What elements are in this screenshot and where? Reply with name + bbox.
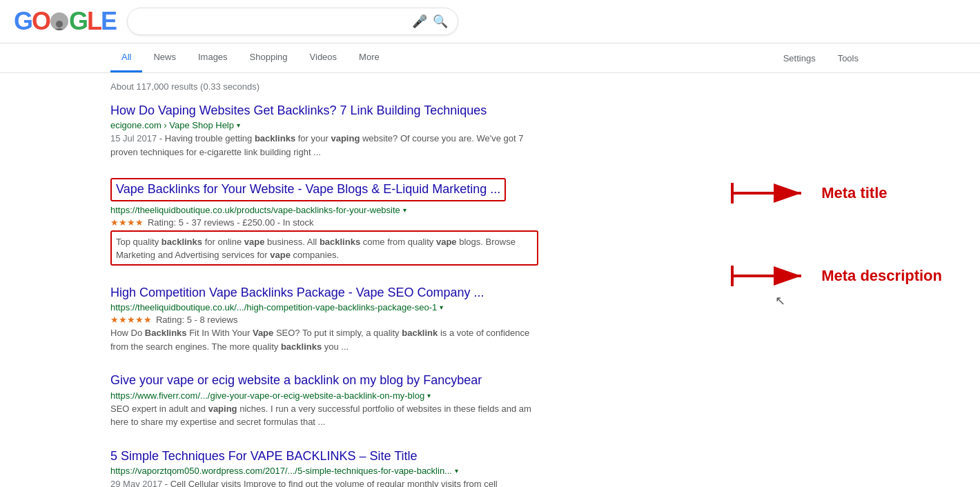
meta-desc-arrow-svg <box>729 259 812 293</box>
result-2-rating-text: Rating: 5 - 37 reviews - £250.00 - In st… <box>148 217 314 228</box>
logo-l: L <box>87 7 101 36</box>
result-1-url: ecigone.com › Vape Shop Help <box>110 120 234 130</box>
results-stats: About 117,000 results (0.33 seconds) <box>110 81 870 92</box>
result-1-date: 15 Jul 2017 <box>110 133 157 143</box>
result-1-dropdown-arrow[interactable]: ▾ <box>237 121 240 129</box>
result-4-dropdown-arrow[interactable]: ▾ <box>427 392 431 399</box>
result-4-title[interactable]: Give your vape or ecig website a backlin… <box>110 372 538 388</box>
logo-g2: G <box>69 7 87 36</box>
result-4: Give your vape or ecig website a backlin… <box>110 372 538 428</box>
svg-point-1 <box>53 28 66 30</box>
tab-news[interactable]: News <box>142 43 187 72</box>
result-3-title[interactable]: High Competition Vape Backlinks Package … <box>110 285 538 301</box>
meta-desc-annotation: Meta description <box>729 259 942 293</box>
tab-tools[interactable]: Tools <box>827 45 870 72</box>
result-3-url: https://theeliquidboutique.co.uk/.../hig… <box>110 302 437 312</box>
result-4-snippet: SEO expert in adult and vaping niches. I… <box>110 402 538 429</box>
result-5-snippet: 29 May 2017 - Cell Cellular visits Impro… <box>110 477 538 487</box>
result-3-snippet: How Do Backlinks Fit In With Your Vape S… <box>110 326 538 353</box>
result-2-title-highlight-box: Vape Backlinks for Your Website - Vape B… <box>110 178 506 201</box>
result-4-url: https://www.fiverr.com/.../give-your-vap… <box>110 390 424 401</box>
tab-shopping[interactable]: Shopping <box>239 43 299 72</box>
result-2-desc-highlight-box: Top quality backlinks for online vape bu… <box>110 230 538 266</box>
result-1-url-line: ecigone.com › Vape Shop Help ▾ <box>110 120 538 130</box>
tab-images[interactable]: Images <box>187 43 239 72</box>
result-2-snippet: Top quality backlinks for online vape bu… <box>116 235 533 262</box>
logo-o1: O <box>32 7 50 36</box>
result-5-date: 29 May 2017 <box>110 479 162 487</box>
meta-title-annotation: Meta title <box>729 176 942 210</box>
search-box: vape backlinks 🎤 🔍 <box>127 8 458 35</box>
result-5-title[interactable]: 5 Simple Techniques For VAPE BACKLINKS –… <box>110 448 538 464</box>
result-4-url-line: https://www.fiverr.com/.../give-your-vap… <box>110 390 538 401</box>
result-3-rating-text: Rating: 5 - 8 reviews <box>156 315 238 325</box>
svg-point-0 <box>56 21 63 28</box>
result-1-title[interactable]: How Do Vaping Websites Get Backlinks? 7 … <box>110 103 538 119</box>
logo-g1: G <box>14 7 32 36</box>
result-5: 5 Simple Techniques For VAPE BACKLINKS –… <box>110 448 538 487</box>
result-3-rating-line: ★★★★★ Rating: 5 - 8 reviews <box>110 314 538 325</box>
result-2-title[interactable]: Vape Backlinks for Your Website - Vape B… <box>116 181 500 197</box>
result-5-url: https://vaporztqom050.wordpress.com/2017… <box>110 466 452 476</box>
logo-avatar <box>50 12 68 30</box>
result-5-url-line: https://vaporztqom050.wordpress.com/2017… <box>110 466 538 476</box>
result-3: High Competition Vape Backlinks Package … <box>110 285 538 353</box>
meta-title-label: Meta title <box>821 184 887 202</box>
tab-more[interactable]: More <box>348 43 391 72</box>
annotations: Meta title Meta description <box>729 176 942 293</box>
result-5-dropdown-arrow[interactable]: ▾ <box>455 467 458 475</box>
nav-tabs: All News Images Shopping Videos More Set… <box>0 43 980 73</box>
result-3-stars: ★★★★★ <box>110 315 152 325</box>
microphone-icon[interactable]: 🎤 <box>412 14 427 29</box>
search-icon[interactable]: 🔍 <box>433 14 448 29</box>
result-1-snippet: 15 Jul 2017 - Having trouble getting bac… <box>110 132 538 159</box>
result-2: Vape Backlinks for Your Website - Vape B… <box>110 178 538 265</box>
search-input[interactable]: vape backlinks <box>137 15 406 28</box>
result-2-rating-line: ★★★★ Rating: 5 - 37 reviews - £250.00 - … <box>110 217 538 228</box>
result-2-url: https://theeliquidboutique.co.uk/product… <box>110 205 400 215</box>
tab-videos[interactable]: Videos <box>299 43 349 72</box>
result-2-dropdown-arrow[interactable]: ▾ <box>403 206 406 214</box>
tab-all[interactable]: All <box>110 43 142 72</box>
header: GOGLE vape backlinks 🎤 🔍 <box>0 0 980 43</box>
google-logo: GOGLE <box>14 7 116 36</box>
tab-settings[interactable]: Settings <box>772 45 827 72</box>
result-3-url-line: https://theeliquidboutique.co.uk/.../hig… <box>110 302 538 312</box>
cursor: ↖ <box>775 293 785 308</box>
result-1: How Do Vaping Websites Get Backlinks? 7 … <box>110 103 538 159</box>
result-2-url-line: https://theeliquidboutique.co.uk/product… <box>110 205 538 215</box>
meta-title-arrow-svg <box>729 176 812 210</box>
meta-desc-label: Meta description <box>821 267 942 285</box>
result-2-stars: ★★★★ <box>110 217 144 228</box>
logo-e: E <box>101 7 116 36</box>
result-3-dropdown-arrow[interactable]: ▾ <box>440 304 443 311</box>
